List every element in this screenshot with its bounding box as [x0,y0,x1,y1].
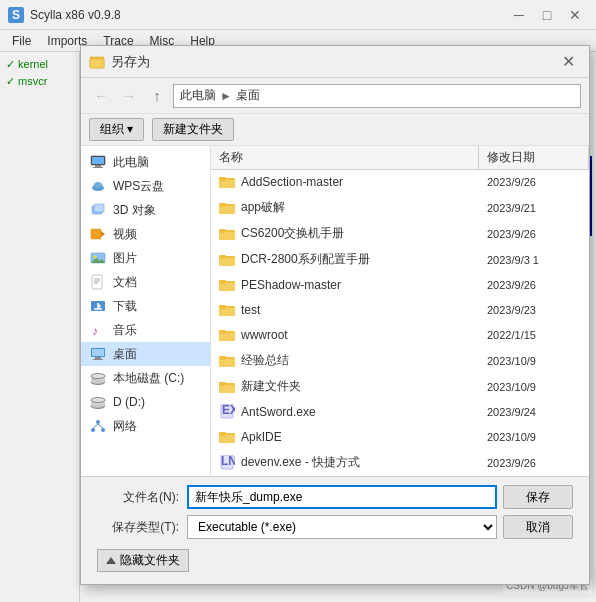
tree-item-this-pc[interactable]: 此电脑 [81,150,210,174]
tree-label-drive-d: D (D:) [113,395,145,409]
tree-item-wps-cloud[interactable]: WPS云盘 [81,174,210,198]
svg-rect-61 [219,333,235,341]
svg-rect-53 [219,255,226,259]
forward-button[interactable]: → [117,84,141,108]
tree-item-pictures[interactable]: 图片 [81,246,210,270]
dialog-title: 另存为 [111,53,555,71]
svg-point-37 [96,420,100,424]
file-date-5: 2023/9/23 [479,302,589,318]
file-name-6: wwwroot [241,328,288,342]
svg-rect-12 [91,229,101,239]
file-row-3[interactable]: DCR-2800系列配置手册 2023/9/3 1 [211,247,589,273]
svg-rect-56 [219,280,226,284]
svg-rect-65 [219,356,226,360]
col-date[interactable]: 修改日期 [479,146,589,169]
new-folder-button[interactable]: 新建文件夹 [152,118,234,141]
tree-item-documents[interactable]: 文档 [81,270,210,294]
back-button[interactable]: ← [89,84,113,108]
svg-rect-64 [219,359,235,367]
close-button[interactable]: ✕ [562,5,588,25]
dialog-close-button[interactable]: ✕ [555,51,581,73]
svg-point-32 [91,374,105,379]
file-name-7: 经验总结 [241,352,289,369]
dialog-toolbar: 组织 ▾ 新建文件夹 [81,114,589,146]
folder-icon-8 [219,379,235,395]
file-row-0[interactable]: AddSection-master 2023/9/26 [211,170,589,195]
file-row-1[interactable]: app破解 2023/9/21 [211,195,589,221]
file-row-4[interactable]: PEShadow-master 2023/9/26 [211,273,589,298]
tree-item-desktop[interactable]: 桌面 [81,342,210,366]
save-button[interactable]: 保存 [503,485,573,509]
dialog-footer: 文件名(N): 保存 保存类型(T): Executable (*.exe) 取… [81,476,589,584]
svg-rect-68 [219,382,226,386]
svg-point-38 [91,428,95,432]
filetype-select[interactable]: Executable (*.exe) [187,515,497,539]
tree-item-3d[interactable]: 3D 对象 [81,198,210,222]
hide-folder-row: 隐藏文件夹 [97,545,573,576]
filetype-label: 保存类型(T): [97,519,187,536]
svg-rect-29 [93,359,103,360]
svg-rect-28 [95,357,101,359]
up-button[interactable]: ↑ [145,84,169,108]
svg-rect-5 [93,167,103,168]
tree-item-downloads[interactable]: 下载 [81,294,210,318]
tree-item-network[interactable]: 网络 [81,414,210,438]
file-row-11[interactable]: LNK devenv.exe - 快捷方式 2023/9/26 [211,450,589,476]
tree-item-music[interactable]: ♪ 音乐 [81,318,210,342]
menu-file[interactable]: File [4,32,39,50]
hide-folder-button[interactable]: 隐藏文件夹 [97,549,189,572]
maximize-button[interactable]: □ [534,5,560,25]
svg-rect-50 [219,229,226,233]
organize-button[interactable]: 组织 ▾ [89,118,144,141]
msvcr-item[interactable]: ✓ msvcr [4,73,75,90]
tree-label-documents: 文档 [113,274,137,291]
file-row-7[interactable]: 经验总结 2023/10/9 [211,348,589,374]
left-panel: ✓ kernel ✓ msvcr [0,52,80,602]
minimize-button[interactable]: ─ [506,5,532,25]
file-row-9[interactable]: EXE AntSword.exe 2023/9/24 [211,400,589,425]
file-row-6[interactable]: wwwroot 2022/1/15 [211,323,589,348]
folder-icon-3 [219,252,235,268]
svg-rect-33 [93,378,97,380]
breadcrumb-sep: ► [220,89,232,103]
kernel-item[interactable]: ✓ kernel [4,56,75,73]
file-date-3: 2023/9/3 1 [479,252,589,268]
exe-icon-9: EXE [219,404,235,420]
tree-item-disk-c[interactable]: 本地磁盘 (C:) [81,366,210,390]
filename-row: 文件名(N): 保存 [97,485,573,509]
tree-item-videos[interactable]: 视频 [81,222,210,246]
svg-rect-27 [92,349,104,356]
tree-item-drive-d[interactable]: D (D:) [81,390,210,414]
file-date-6: 2022/1/15 [479,327,589,343]
triangle-up-icon [106,557,116,564]
svg-rect-55 [219,283,235,291]
save-as-dialog: 另存为 ✕ ← → ↑ 此电脑 ► 桌面 组织 ▾ 新建文件夹 [80,45,590,585]
tree-label-music: 音乐 [113,322,137,339]
breadcrumb[interactable]: 此电脑 ► 桌面 [173,84,581,108]
file-date-7: 2023/10/9 [479,353,589,369]
svg-marker-13 [101,231,105,237]
file-name-8: 新建文件夹 [241,378,301,395]
window-controls: ─ □ ✕ [506,5,588,25]
svg-line-41 [98,424,103,428]
filetype-row: 保存类型(T): Executable (*.exe) 取消 [97,515,573,539]
file-row-8[interactable]: 新建文件夹 2023/10/9 [211,374,589,400]
file-name-10: ApkIDE [241,430,282,444]
svg-rect-4 [95,165,101,167]
dialog-title-bar: 另存为 ✕ [81,46,589,78]
file-row-10[interactable]: ApkIDE 2023/10/9 [211,425,589,450]
file-name-4: PEShadow-master [241,278,341,292]
col-name[interactable]: 名称 [211,146,479,169]
filename-input[interactable] [187,485,497,509]
file-row-2[interactable]: CS6200交换机手册 2023/9/26 [211,221,589,247]
file-name-11: devenv.exe - 快捷方式 [241,454,360,471]
file-date-10: 2023/10/9 [479,429,589,445]
file-name-0: AddSection-master [241,175,343,189]
file-row-5[interactable]: test 2023/9/23 [211,298,589,323]
folder-icon-2 [219,226,235,242]
file-date-9: 2023/9/24 [479,404,589,420]
file-name-9: AntSword.exe [241,405,316,419]
cancel-button[interactable]: 取消 [503,515,573,539]
filename-label: 文件名(N): [97,489,187,506]
svg-rect-52 [219,258,235,266]
